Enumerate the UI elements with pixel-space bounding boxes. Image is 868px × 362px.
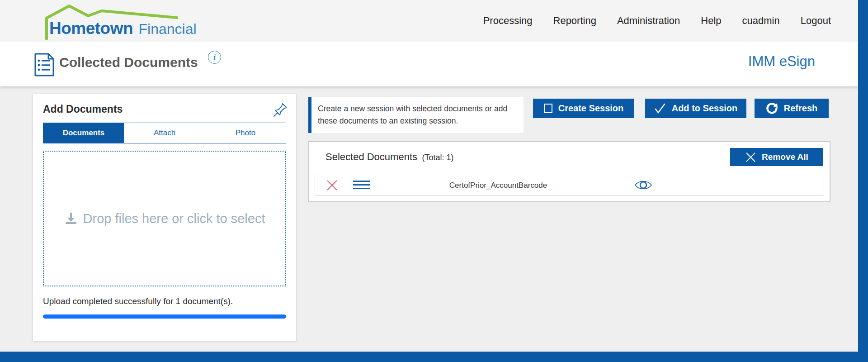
drag-handle-icon[interactable] (353, 181, 370, 189)
nav-logout[interactable]: Logout (801, 15, 831, 27)
brand-name: Hometown (49, 19, 133, 38)
selected-documents-panel: Selected Documents (Total: 1) Remove All… (308, 141, 830, 202)
add-to-session-button[interactable]: Add to Session (645, 99, 746, 118)
preview-eye-icon[interactable] (634, 179, 653, 191)
upload-progress-bar (43, 314, 286, 319)
document-list-icon (34, 52, 55, 77)
nav-reporting[interactable]: Reporting (553, 15, 596, 27)
session-hint-box: Create a new session with selected docum… (308, 97, 524, 133)
check-icon (654, 103, 666, 114)
nav-user-cuadmin[interactable]: cuadmin (742, 15, 780, 27)
top-navigation: Processing Reporting Administration Help… (483, 0, 831, 42)
logo-text: Hometown Financial (49, 19, 197, 38)
nav-administration[interactable]: Administration (617, 15, 680, 27)
right-edge-strip (858, 0, 868, 362)
file-dropzone[interactable]: Drop files here or click to select (43, 151, 286, 286)
remove-all-button[interactable]: Remove All (730, 148, 823, 166)
selected-documents-total: (Total: 1) (422, 153, 453, 162)
tab-photo[interactable]: Photo (205, 123, 286, 143)
create-session-label: Create Session (558, 103, 624, 114)
page-title-bar: Collected Documents i IMM eSign (0, 42, 858, 86)
dropzone-text: Drop files here or click to select (83, 211, 265, 226)
remove-all-x-icon (745, 152, 756, 163)
add-documents-tabs: Documents Attach Photo (43, 123, 286, 143)
refresh-icon (766, 102, 778, 114)
hometown-financial-logo[interactable]: Hometown Financial (33, 2, 227, 41)
remove-all-label: Remove All (762, 152, 808, 162)
selected-documents-header: Selected Documents (Total: 1) Remove All (309, 142, 830, 166)
brand-suffix: Financial (139, 21, 197, 37)
nav-help[interactable]: Help (701, 15, 721, 27)
top-bar: Hometown Financial Processing Reporting … (0, 0, 858, 42)
session-hint-text: Create a new session with selected docum… (318, 103, 516, 127)
add-to-session-label: Add to Session (672, 103, 738, 114)
upload-progress-fill (43, 314, 286, 319)
pin-icon[interactable] (273, 102, 288, 119)
nav-processing[interactable]: Processing (483, 15, 533, 27)
selected-document-row: CertofPrior_AccountBarcode (315, 174, 824, 196)
selected-documents-title-group: Selected Documents (Total: 1) (326, 151, 453, 163)
app-name: IMM eSign (748, 53, 815, 70)
upload-status-text: Upload completed successfully for 1 docu… (43, 296, 286, 306)
create-session-button[interactable]: Create Session (533, 99, 634, 118)
document-name: CertofPrior_AccountBarcode (428, 174, 568, 196)
selected-documents-title: Selected Documents (326, 151, 417, 162)
tab-documents[interactable]: Documents (43, 123, 124, 143)
remove-document-icon[interactable] (326, 180, 338, 191)
session-actions: Create Session Add to Session Refresh (533, 99, 829, 118)
add-documents-title: Add Documents (43, 103, 286, 115)
page-title: Collected Documents (59, 55, 198, 70)
footer-bar (0, 352, 868, 362)
info-icon[interactable]: i (208, 51, 221, 64)
tab-attach[interactable]: Attach (124, 123, 205, 143)
add-documents-panel: Add Documents Documents Attach Photo Dro… (33, 94, 296, 341)
refresh-button[interactable]: Refresh (755, 99, 829, 118)
create-session-icon (544, 104, 552, 113)
refresh-label: Refresh (784, 103, 817, 114)
download-icon (64, 212, 78, 225)
